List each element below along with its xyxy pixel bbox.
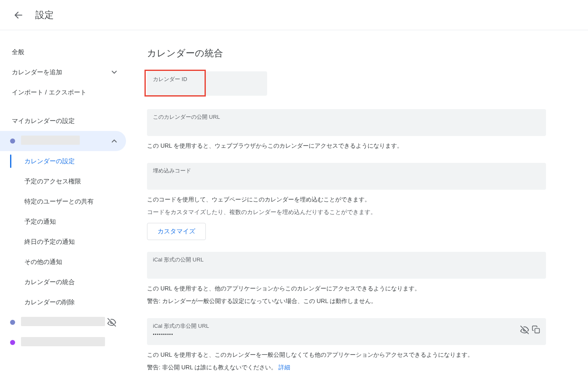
sidebar-calendar-selected[interactable] <box>0 131 126 151</box>
sidebar-item-import-export[interactable]: インポート / エクスポート <box>0 82 126 102</box>
sidebar-sub-calendar-settings[interactable]: カレンダーの設定 <box>0 151 126 171</box>
field-label: iCal 形式の非公開 URL <box>153 322 518 330</box>
header: 設定 <box>0 0 588 30</box>
field-value-masked: •••••••••• <box>153 332 518 339</box>
chevron-down-icon <box>110 68 118 76</box>
visibility-off-icon[interactable] <box>105 318 118 327</box>
sidebar-sub-calendar-integration[interactable]: カレンダーの統合 <box>0 272 126 292</box>
embed-helper-2: コードをカスタマイズしたり、複数のカレンダーを埋め込んだりすることができます。 <box>147 207 546 217</box>
ical-private-helper-1: この URL を使用すると、このカレンダーを一般公開しなくても他のアプリケーショ… <box>147 350 546 360</box>
field-label: 埋め込みコード <box>153 167 540 175</box>
page-title: 設定 <box>35 9 54 21</box>
public-url-field[interactable]: このカレンダーの公開 URL <box>147 109 546 136</box>
sidebar-sub-list: カレンダーの設定 予定のアクセス権限 特定のユーザーとの共有 予定の通知 終日の… <box>0 151 126 312</box>
svg-rect-3 <box>535 328 540 333</box>
chevron-up-icon <box>110 137 118 145</box>
ical-public-helper-2: 警告: カレンダーが一般公開する設定になっていない場合、この URL は動作しま… <box>147 296 546 306</box>
detail-link[interactable]: 詳細 <box>278 364 290 371</box>
sidebar-calendar-item[interactable] <box>0 332 126 353</box>
calendar-id-container: カレンダー ID <box>147 71 267 102</box>
field-value <box>153 176 540 184</box>
calendar-name <box>21 337 105 348</box>
arrow-back-icon <box>13 10 24 20</box>
sidebar-item-label: カレンダーを追加 <box>12 68 62 76</box>
ical-public-helper-1: この URL を使用すると、他のアプリケーションからこのカレンダーにアクセスでき… <box>147 284 546 294</box>
sidebar-section-my-calendars: マイカレンダーの設定 <box>0 111 126 131</box>
calendar-color-dot <box>10 320 15 325</box>
sidebar-sub-allday-notifications[interactable]: 終日の予定の通知 <box>0 232 126 252</box>
section-title: カレンダーの統合 <box>147 47 546 60</box>
content: カレンダーの統合 カレンダー ID このカレンダーの公開 URL この URL … <box>126 30 588 392</box>
calendar-color-dot <box>10 139 15 144</box>
back-button[interactable] <box>10 7 27 24</box>
calendar-name <box>21 136 110 146</box>
field-value <box>153 85 261 92</box>
sidebar-sub-other-notifications[interactable]: その他の通知 <box>0 252 126 272</box>
sidebar-item-general[interactable]: 全般 <box>0 42 126 62</box>
sidebar: 全般 カレンダーを追加 インポート / エクスポート マイカレンダーの設定 カレ… <box>0 30 126 392</box>
ical-public-field[interactable]: iCal 形式の公開 URL <box>147 252 546 279</box>
embed-code-field[interactable]: 埋め込みコード <box>147 163 546 190</box>
copy-icon[interactable] <box>532 325 540 336</box>
field-value <box>153 123 540 130</box>
sidebar-sub-calendar-delete[interactable]: カレンダーの削除 <box>0 292 126 312</box>
ical-private-helper-2: 警告: 非公開 URL は誰にも教えないでください。 詳細 <box>147 363 546 373</box>
body: 全般 カレンダーを追加 インポート / エクスポート マイカレンダーの設定 カレ… <box>0 30 588 392</box>
field-label: このカレンダーの公開 URL <box>153 113 540 121</box>
ical-private-field[interactable]: iCal 形式の非公開 URL •••••••••• <box>147 318 546 345</box>
embed-helper-1: このコードを使用して、ウェブページにこのカレンダーを埋め込むことができます。 <box>147 195 546 205</box>
customize-button[interactable]: カスタマイズ <box>147 223 206 240</box>
calendar-color-dot <box>10 340 15 345</box>
public-url-helper: この URL を使用すると、ウェブブラウザからこのカレンダーにアクセスできるよう… <box>147 141 546 151</box>
sidebar-sub-event-access[interactable]: 予定のアクセス権限 <box>0 171 126 191</box>
field-label: iCal 形式の公開 URL <box>153 256 540 264</box>
calendar-id-field[interactable]: カレンダー ID <box>147 71 267 96</box>
field-label: カレンダー ID <box>153 76 261 83</box>
sidebar-sub-event-notifications[interactable]: 予定の通知 <box>0 212 126 232</box>
sidebar-calendar-item[interactable] <box>0 312 126 332</box>
field-value <box>153 265 540 273</box>
visibility-off-icon[interactable] <box>520 325 529 336</box>
sidebar-sub-share-specific[interactable]: 特定のユーザーとの共有 <box>0 191 126 212</box>
sidebar-item-add-calendar[interactable]: カレンダーを追加 <box>0 62 126 82</box>
calendar-name <box>21 317 105 328</box>
